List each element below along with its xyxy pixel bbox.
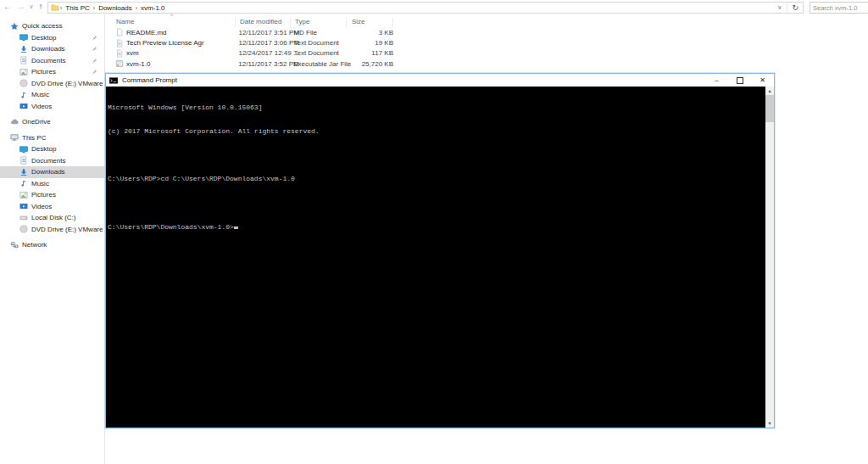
table-row[interactable]: xvm-1.0 12/11/2017 3:52 PM Executable Ja… [106, 59, 398, 69]
sidebar-item-label: Pictures [31, 68, 56, 75]
sidebar-item-label: Downloads [31, 168, 65, 176]
downloads-icon [19, 45, 28, 53]
sidebar-item-label: Local Disk (C:) [31, 214, 75, 221]
sidebar-item-dvd-drive[interactable]: DVD Drive (E:) VMware VCSA [0, 224, 104, 236]
downloads-icon [19, 168, 28, 176]
column-separator [392, 18, 393, 27]
breadcrumb-downloads[interactable]: Downloads [96, 4, 135, 12]
this-pc-icon [10, 133, 19, 142]
file-size: 3 KB [349, 29, 398, 36]
refresh-icon: ↻ [792, 3, 798, 12]
minimize-button[interactable]: – [705, 74, 728, 87]
up-button[interactable]: ↑ [35, 0, 47, 14]
address-dropdown-button[interactable]: ∨ [772, 4, 787, 11]
folder-icon [51, 3, 59, 12]
file-size: 117 KB [349, 49, 398, 57]
command-prompt-title-bar[interactable]: Command Prompt – ✕ [106, 74, 774, 87]
onedrive-cloud-icon [10, 118, 19, 126]
scrollbar-thumb[interactable] [765, 95, 774, 122]
videos-icon [19, 102, 28, 110]
terminal-line [108, 199, 765, 207]
music-icon [19, 91, 28, 99]
file-type: Text Document [293, 49, 349, 57]
search-input[interactable] [810, 2, 868, 14]
sidebar-item-desktop[interactable]: Desktop [0, 143, 104, 155]
sidebar-item-label: Downloads [31, 45, 65, 53]
sidebar-item-label: Music [31, 91, 49, 98]
back-button[interactable]: ← [2, 0, 14, 14]
chevron-down-icon: ∨ [777, 4, 782, 10]
music-icon [19, 179, 28, 187]
sidebar-item-this-pc[interactable]: This PC [0, 132, 104, 144]
sidebar-item-music[interactable]: Music [0, 89, 104, 101]
text-document-icon [115, 39, 124, 48]
column-header-date-modified[interactable]: Date modified [240, 18, 281, 25]
close-button[interactable]: ✕ [751, 74, 774, 87]
sidebar-item-label: Videos [31, 203, 52, 210]
terminal-prompt-line: C:\Users\RDP\Downloads\xvm-1.0> [108, 223, 765, 231]
sidebar-item-label: This PC [22, 134, 46, 142]
column-header-size[interactable]: Size [352, 18, 365, 25]
sidebar-item-onedrive[interactable]: OneDrive [0, 116, 104, 128]
scroll-up-icon[interactable]: ▴ [765, 87, 774, 95]
sidebar-item-quick-access[interactable]: Quick access [0, 20, 104, 32]
terminal-scrollbar[interactable]: ▴ ▾ [765, 87, 774, 428]
documents-icon [19, 56, 28, 64]
file-name: xvm [126, 49, 139, 57]
command-prompt-icon [109, 76, 118, 85]
sidebar-item-label: Music [31, 180, 49, 187]
forward-icon: → [16, 2, 25, 11]
sidebar-item-local-disk-c[interactable]: Local Disk (C:) [0, 212, 104, 224]
column-header-type[interactable]: Type [295, 18, 309, 25]
scroll-down-icon[interactable]: ▾ [765, 419, 774, 428]
terminal-line: (c) 2017 Microsoft Corporation. All righ… [108, 127, 765, 135]
sidebar-item-videos[interactable]: Videos [0, 101, 104, 113]
refresh-button[interactable]: ↻ [787, 3, 803, 12]
up-arrow-icon: ↑ [39, 2, 43, 11]
sidebar-item-documents[interactable]: Documents [0, 155, 104, 167]
text-document-icon [115, 49, 124, 58]
sidebar-item-label: Quick access [22, 22, 63, 30]
back-icon: ← [3, 2, 12, 11]
dvd-drive-icon [19, 79, 28, 87]
pin-icon [92, 46, 97, 52]
terminal-output[interactable]: Microsoft Windows [Version 10.0.15063] (… [106, 87, 765, 428]
sidebar-item-desktop[interactable]: Desktop [0, 32, 104, 44]
close-icon: ✕ [760, 76, 765, 84]
address-bar[interactable]: › This PC › Downloads › xvm-1.0 ∨ ↻ [47, 2, 804, 14]
breadcrumb-xvm-1-0[interactable]: xvm-1.0 [138, 4, 167, 12]
sidebar-item-network[interactable]: Network [0, 239, 104, 251]
table-row[interactable]: xvm 12/24/2017 12:49 ... Text Document 1… [106, 48, 398, 59]
forward-button[interactable]: → [14, 0, 26, 14]
file-date: 12/11/2017 3:52 PM [238, 60, 293, 68]
sidebar-item-videos[interactable]: Videos [0, 201, 104, 213]
sidebar-item-pictures[interactable]: Pictures [0, 66, 104, 78]
file-type: Executable Jar File [293, 60, 349, 68]
file-list: README.md 12/11/2017 3:51 PM MD File 3 K… [106, 27, 398, 70]
sidebar-item-label: Pictures [31, 191, 56, 198]
sidebar-item-downloads[interactable]: Downloads [0, 43, 104, 55]
documents-icon [19, 156, 28, 165]
table-row[interactable]: Tech Preview License Agr 12/11/2017 3:06… [106, 37, 398, 48]
sidebar-item-downloads-selected[interactable]: Downloads [0, 166, 104, 178]
column-headers: ^ Name Date modified Type Size [106, 14, 398, 27]
file-date: 12/11/2017 3:51 PM [238, 29, 293, 36]
sidebar-item-documents[interactable]: Documents [0, 55, 104, 67]
navigation-pane: Quick access Desktop Downloads Documents… [0, 14, 104, 464]
column-separator [346, 18, 347, 27]
column-header-name[interactable]: Name [116, 18, 134, 25]
file-name: README.md [126, 29, 167, 36]
column-separator [290, 18, 291, 27]
sidebar-item-dvd-drive[interactable]: DVD Drive (E:) VMware VCSA [0, 78, 104, 90]
pictures-icon [19, 68, 28, 76]
maximize-icon [737, 77, 743, 84]
sidebar-item-music[interactable]: Music [0, 178, 104, 190]
window-title: Command Prompt [122, 76, 177, 84]
sidebar-item-label: Videos [31, 103, 52, 110]
terminal-line: Microsoft Windows [Version 10.0.15063] [108, 103, 765, 111]
explorer-toolbar: ← → ∨ ↑ › This PC › Downloads › xvm-1.0 … [0, 0, 868, 14]
breadcrumb-this-pc[interactable]: This PC [63, 4, 92, 12]
maximize-button[interactable] [728, 74, 751, 87]
table-row[interactable]: README.md 12/11/2017 3:51 PM MD File 3 K… [106, 27, 398, 37]
sidebar-item-pictures[interactable]: Pictures [0, 189, 104, 201]
